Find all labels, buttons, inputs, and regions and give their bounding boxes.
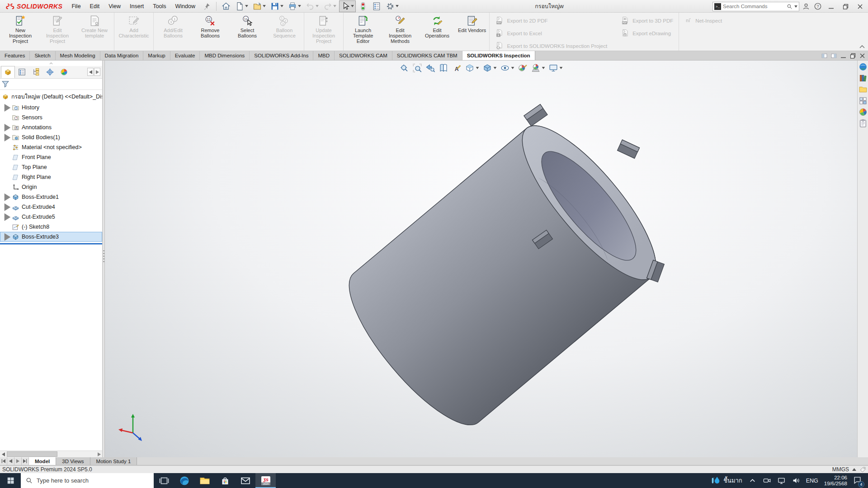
ribbon-tab[interactable]: Features	[0, 51, 30, 60]
taskbar-search[interactable]: Type here to search	[21, 473, 154, 488]
model-tab[interactable]: 3D Views	[56, 457, 90, 465]
pin-icon[interactable]	[203, 2, 211, 10]
ribbon-tab[interactable]: MBD	[313, 51, 335, 60]
feature-tree-item[interactable]: (-) Sketch8	[0, 222, 102, 232]
feature-tree-item[interactable]: Sensors	[0, 113, 102, 122]
view-tool-button[interactable]	[463, 62, 481, 74]
panel-scroll-up-icon[interactable]	[49, 62, 53, 65]
feature-tree-item[interactable]: Right Plane	[0, 172, 102, 182]
tab-nav-next-button[interactable]	[14, 457, 22, 465]
command-search-box[interactable]: >_	[712, 2, 799, 11]
scrollbar-thumb[interactable]	[7, 451, 57, 457]
ribbon-collapse-icon[interactable]	[859, 44, 865, 49]
task-pane-tab[interactable]	[859, 85, 868, 94]
network-icon[interactable]	[777, 476, 786, 485]
meet-now-icon[interactable]	[763, 476, 771, 485]
panel-tab[interactable]	[15, 66, 29, 78]
taskbar-app[interactable]	[215, 473, 235, 488]
view-tool-button[interactable]	[398, 62, 411, 74]
taskbar-app[interactable]	[154, 473, 174, 488]
search-dropdown-icon[interactable]	[794, 5, 797, 8]
view-tool-button[interactable]	[481, 62, 499, 74]
expand-arrow-icon[interactable]	[4, 104, 11, 112]
feature-tree-item[interactable]: Cut-Extrude4	[0, 202, 102, 212]
notification-center-button[interactable]: 4	[853, 476, 862, 486]
dd-icon[interactable]	[476, 67, 479, 69]
task-pane-tab[interactable]	[859, 96, 868, 105]
ribbon-tab[interactable]: SOLIDWORKS CAM	[335, 51, 392, 60]
ribbon-button[interactable]: Create New template	[76, 13, 113, 50]
view-tool-button[interactable]	[424, 62, 437, 74]
ribbon-tab[interactable]: MBD Dimensions	[200, 51, 250, 60]
panel-tab[interactable]	[57, 66, 71, 78]
graphics-viewport[interactable]: A	[105, 61, 857, 457]
quick-access-button[interactable]	[384, 0, 401, 12]
menu-item[interactable]: Window	[170, 1, 199, 12]
taskbar-app[interactable]	[194, 473, 215, 488]
ribbon-tab[interactable]: Mesh Modeling	[56, 51, 100, 60]
export-menu-item[interactable]: e Export eDrawing	[621, 29, 673, 38]
dd-icon[interactable]	[351, 5, 354, 7]
ribbon-button[interactable]: Add Characteristic	[115, 13, 152, 50]
taskbar-app[interactable]: ƷS2024	[255, 473, 276, 488]
feature-tree-item[interactable]: Cut-Extrude5	[0, 212, 102, 222]
tab-nav-last-button[interactable]	[22, 457, 29, 465]
task-pane-tab[interactable]	[859, 119, 868, 128]
model-tab[interactable]: Motion Study 1	[90, 457, 137, 465]
doc-close-icon[interactable]	[859, 53, 865, 59]
export-menu-item[interactable]: Export to SOLIDWORKS Inspection Project	[495, 42, 607, 50]
start-button[interactable]	[0, 473, 21, 488]
quick-access-button[interactable]	[370, 0, 383, 12]
export-menu-item[interactable]: X Export to Excel	[495, 29, 607, 38]
close-button[interactable]	[854, 1, 866, 12]
search-icon[interactable]	[787, 4, 793, 9]
task-pane-tab[interactable]	[859, 62, 868, 71]
ribbon-button[interactable]: Edit Operations	[419, 13, 456, 50]
feature-tree-item[interactable]: History	[0, 103, 102, 113]
taskbar-app[interactable]	[235, 473, 255, 488]
ribbon-tab[interactable]: SOLIDWORKS Add-Ins	[250, 51, 313, 60]
part-model[interactable]	[105, 61, 857, 457]
dd-icon[interactable]	[560, 67, 563, 69]
feature-tree-item[interactable]: Boss-Extrude3	[0, 232, 102, 242]
feature-tree-item[interactable]: A Annotations	[0, 122, 102, 132]
pane-left-icon[interactable]	[821, 53, 827, 59]
filter-icon[interactable]	[1, 80, 9, 88]
feature-tree-item[interactable]: Material <not specified>	[0, 142, 102, 152]
ribbon-button[interactable]: 123 Balloon Sequence	[266, 13, 303, 50]
ribbon-tab[interactable]: Sketch	[30, 51, 55, 60]
scroll-right-button[interactable]	[96, 451, 103, 457]
volume-icon[interactable]	[792, 476, 800, 485]
ribbon-tab[interactable]: SOLIDWORKS Inspection	[462, 51, 535, 60]
panel-tab[interactable]	[43, 66, 57, 78]
net-inspect-item[interactable]: ni Net-Inspect	[684, 16, 722, 25]
doc-restore-icon[interactable]	[850, 53, 856, 59]
account-button[interactable]	[801, 1, 811, 11]
help-button[interactable]: ?	[813, 1, 823, 11]
view-tool-button[interactable]	[499, 62, 516, 74]
dd-icon[interactable]	[280, 5, 283, 7]
quick-access-button[interactable]	[321, 0, 338, 12]
units-dropdown-icon[interactable]	[852, 468, 856, 471]
model-tab[interactable]: Model	[29, 457, 56, 465]
ribbon-button[interactable]: Edit Inspection Project	[39, 13, 76, 50]
feature-tree-item[interactable]: Top Plane	[0, 162, 102, 172]
dd-icon[interactable]	[396, 5, 399, 7]
export-menu-item[interactable]: 3DPDF Export to 3D PDF	[621, 16, 673, 25]
feature-tree-item[interactable]: Front Plane	[0, 152, 102, 162]
quick-access-button[interactable]	[357, 0, 369, 12]
panel-tab-prev-button[interactable]	[87, 68, 94, 76]
menu-item[interactable]: Tools	[148, 1, 170, 12]
dd-icon[interactable]	[245, 5, 248, 7]
expand-arrow-icon[interactable]	[4, 193, 11, 201]
view-tool-button[interactable]	[516, 62, 529, 74]
expand-arrow-icon[interactable]	[4, 124, 11, 131]
language-indicator[interactable]: ENG	[806, 478, 818, 484]
quick-access-button[interactable]	[269, 0, 285, 12]
tab-nav-first-button[interactable]	[0, 457, 7, 465]
ribbon-tab[interactable]: Evaluate	[170, 51, 200, 60]
quick-access-button[interactable]	[286, 0, 303, 12]
search-commands-input[interactable]	[723, 4, 785, 9]
quick-access-button[interactable]	[233, 0, 250, 12]
dd-icon[interactable]	[298, 5, 301, 7]
